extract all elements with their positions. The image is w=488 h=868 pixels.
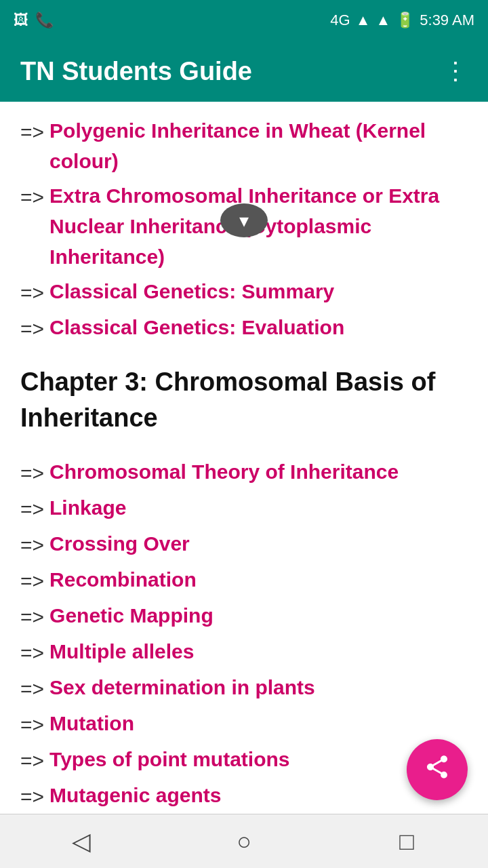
signal-bars-2: ▲ <box>376 12 391 29</box>
arrow-prefix: => <box>20 600 44 632</box>
arrow-prefix: => <box>20 492 44 524</box>
arrow-prefix: => <box>20 672 44 704</box>
link-polygenic-inheritance[interactable]: Polygenic Inheritance in Wheat (Kernel c… <box>49 115 468 176</box>
list-item: => Types of point mutations <box>20 744 468 776</box>
more-options-icon[interactable]: ⋮ <box>443 57 468 85</box>
app-bar: TN Students Guide ⋮ <box>0 41 488 102</box>
arrow-prefix: => <box>20 115 44 147</box>
back-button[interactable]: ◁ <box>54 821 108 862</box>
list-item: => Genetic Mapping <box>20 600 468 632</box>
list-item: => Recombination <box>20 564 468 596</box>
recents-button[interactable]: □ <box>380 821 434 862</box>
link-crossing-over[interactable]: Crossing Over <box>49 528 190 559</box>
chapter-heading: Chapter 3: Chromosomal Basis of Inherita… <box>20 364 468 436</box>
status-left-icons: 🖼 📞 <box>14 12 54 29</box>
chevron-down-icon: ▾ <box>239 210 249 232</box>
list-item: => Crossing Over <box>20 528 468 560</box>
link-sex-determination[interactable]: Sex determination in plants <box>49 672 315 703</box>
arrow-prefix: => <box>20 276 44 308</box>
list-item: => Mutation <box>20 708 468 740</box>
link-classical-summary[interactable]: Classical Genetics: Summary <box>49 276 334 307</box>
share-fab[interactable] <box>407 739 468 800</box>
app-title: TN Students Guide <box>20 57 252 86</box>
arrow-prefix: => <box>20 780 44 812</box>
chapter-links-list: => Chromosomal Theory of Inheritance => … <box>20 456 468 868</box>
link-mutation[interactable]: Mutation <box>49 708 134 738</box>
dropdown-overlay[interactable]: ▾ <box>220 203 268 237</box>
status-right: 4G ▲ ▲ 🔋 5:39 AM <box>330 12 474 29</box>
signal-label: 4G <box>330 12 350 29</box>
navigation-bar: ◁ ○ □ <box>0 814 488 868</box>
arrow-prefix: => <box>20 312 44 344</box>
link-genetic-mapping[interactable]: Genetic Mapping <box>49 600 214 631</box>
arrow-prefix: => <box>20 744 44 776</box>
image-icon: 🖼 <box>14 12 28 29</box>
share-icon <box>424 753 451 787</box>
list-item: => Linkage <box>20 492 468 524</box>
arrow-prefix: => <box>20 564 44 596</box>
arrow-prefix: => <box>20 636 44 668</box>
list-item: => Sex determination in plants <box>20 672 468 704</box>
link-types-point-mutations[interactable]: Types of point mutations <box>49 744 289 774</box>
arrow-prefix: => <box>20 708 44 740</box>
time-label: 5:39 AM <box>420 12 474 29</box>
battery-icon: 🔋 <box>396 12 414 29</box>
link-multiple-alleles[interactable]: Multiple alleles <box>49 636 194 667</box>
list-item: => Mutagenic agents <box>20 780 468 812</box>
link-classical-evaluation[interactable]: Classical Genetics: Evaluation <box>49 312 344 342</box>
list-item: => Polygenic Inheritance in Wheat (Kerne… <box>20 115 468 176</box>
arrow-prefix: => <box>20 456 44 488</box>
list-item: => Classical Genetics: Evaluation <box>20 312 468 344</box>
list-item: => Chromosomal Theory of Inheritance <box>20 456 468 488</box>
link-recombination[interactable]: Recombination <box>49 564 197 595</box>
list-item: => Multiple alleles <box>20 636 468 668</box>
link-chromosomal-theory[interactable]: Chromosomal Theory of Inheritance <box>49 456 399 487</box>
signal-bars: ▲ <box>356 12 371 29</box>
status-bar: 🖼 📞 4G ▲ ▲ 🔋 5:39 AM <box>0 0 488 41</box>
link-mutagenic-agents[interactable]: Mutagenic agents <box>49 780 221 810</box>
arrow-prefix: => <box>20 528 44 560</box>
phone-icon: 📞 <box>35 12 54 29</box>
link-linkage[interactable]: Linkage <box>49 492 126 523</box>
arrow-prefix: => <box>20 180 44 212</box>
list-item: => Classical Genetics: Summary <box>20 276 468 308</box>
home-button[interactable]: ○ <box>217 821 271 862</box>
